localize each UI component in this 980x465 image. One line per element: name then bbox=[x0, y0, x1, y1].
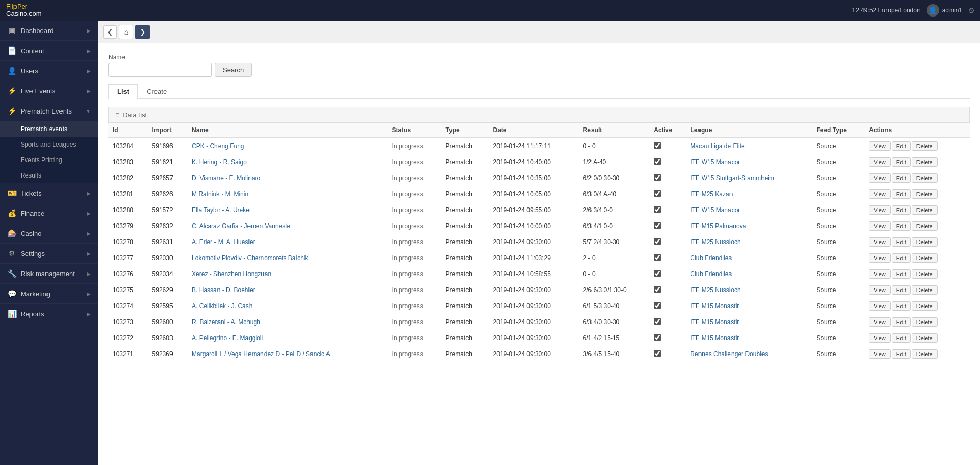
name-link[interactable]: Lokomotiv Plovdiv - Chernomorets Balchik bbox=[192, 254, 308, 262]
name-link[interactable]: A. Erler - M. A. Huesler bbox=[192, 238, 255, 246]
edit-button[interactable]: Edit bbox=[892, 253, 911, 263]
league-link[interactable]: ITF W15 Manacor bbox=[690, 206, 740, 214]
sidebar-item-risk-management[interactable]: 🔧 Risk management ▶ bbox=[0, 264, 98, 284]
sidebar-item-marketing[interactable]: 💬 Marketing ▶ bbox=[0, 284, 98, 304]
view-button[interactable]: View bbox=[869, 301, 891, 311]
league-link[interactable]: Rennes Challenger Doubles bbox=[690, 350, 768, 358]
name-link[interactable]: CPK - Cheng Fung bbox=[192, 142, 244, 150]
active-checkbox[interactable] bbox=[654, 142, 661, 149]
view-button[interactable]: View bbox=[869, 349, 891, 359]
view-button[interactable]: View bbox=[869, 237, 891, 247]
edit-button[interactable]: Edit bbox=[892, 349, 911, 359]
edit-button[interactable]: Edit bbox=[892, 269, 911, 279]
sidebar-subitem-results[interactable]: Results bbox=[0, 168, 98, 183]
active-checkbox[interactable] bbox=[654, 190, 661, 197]
home-breadcrumb-button[interactable]: ⌂ bbox=[119, 25, 133, 39]
name-link[interactable]: D. Vismane - E. Molinaro bbox=[192, 174, 260, 182]
sidebar-item-prematch-events[interactable]: ⚡ Prematch Events ▼ bbox=[0, 101, 98, 121]
league-link[interactable]: Macau Liga de Elite bbox=[690, 142, 744, 150]
league-link[interactable]: ITF W15 Stuttgart-Stammheim bbox=[690, 174, 774, 182]
edit-button[interactable]: Edit bbox=[892, 189, 911, 199]
delete-button[interactable]: Delete bbox=[912, 173, 938, 183]
search-input[interactable] bbox=[108, 63, 212, 77]
league-link[interactable]: ITF M25 Nussloch bbox=[690, 286, 740, 294]
view-button[interactable]: View bbox=[869, 317, 891, 327]
view-button[interactable]: View bbox=[869, 269, 891, 279]
delete-button[interactable]: Delete bbox=[912, 349, 938, 359]
view-button[interactable]: View bbox=[869, 253, 891, 263]
name-link[interactable]: Margaroli L / Vega Hernandez D - Pel D /… bbox=[192, 350, 330, 358]
delete-button[interactable]: Delete bbox=[912, 317, 938, 327]
delete-button[interactable]: Delete bbox=[912, 189, 938, 199]
sidebar-subitem-events-printing[interactable]: Events Printing bbox=[0, 152, 98, 168]
sidebar-item-casino[interactable]: 🎰 Casino ▶ bbox=[0, 223, 98, 244]
active-checkbox[interactable] bbox=[654, 254, 661, 261]
view-button[interactable]: View bbox=[869, 205, 891, 215]
active-checkbox[interactable] bbox=[654, 334, 661, 341]
search-button[interactable]: Search bbox=[215, 63, 252, 77]
delete-button[interactable]: Delete bbox=[912, 301, 938, 311]
delete-button[interactable]: Delete bbox=[912, 285, 938, 295]
league-link[interactable]: ITF M15 Monastir bbox=[690, 318, 739, 326]
edit-button[interactable]: Edit bbox=[892, 141, 911, 151]
name-link[interactable]: R. Balzerani - A. Mchugh bbox=[192, 318, 260, 326]
view-button[interactable]: View bbox=[869, 157, 891, 167]
delete-button[interactable]: Delete bbox=[912, 333, 938, 343]
name-link[interactable]: K. Hering - R. Saigo bbox=[192, 158, 247, 166]
delete-button[interactable]: Delete bbox=[912, 253, 938, 263]
active-checkbox[interactable] bbox=[654, 286, 661, 293]
delete-button[interactable]: Delete bbox=[912, 157, 938, 167]
edit-button[interactable]: Edit bbox=[892, 317, 911, 327]
sidebar-subitem-prematch-events[interactable]: Prematch events bbox=[0, 121, 98, 137]
league-link[interactable]: ITF M15 Palmanova bbox=[690, 222, 746, 230]
active-checkbox[interactable] bbox=[654, 158, 661, 165]
league-link[interactable]: ITF W15 Manacor bbox=[690, 158, 740, 166]
delete-button[interactable]: Delete bbox=[912, 269, 938, 279]
view-button[interactable]: View bbox=[869, 173, 891, 183]
view-button[interactable]: View bbox=[869, 221, 891, 231]
sidebar-item-live-events[interactable]: ⚡ Live Events ▶ bbox=[0, 81, 98, 101]
league-link[interactable]: Club Friendlies bbox=[690, 270, 732, 278]
edit-button[interactable]: Edit bbox=[892, 205, 911, 215]
sidebar-item-content[interactable]: 📄 Content ▶ bbox=[0, 41, 98, 61]
tab-list[interactable]: List bbox=[108, 84, 138, 99]
active-checkbox[interactable] bbox=[654, 206, 661, 213]
edit-button[interactable]: Edit bbox=[892, 301, 911, 311]
sidebar-item-settings[interactable]: ⚙ Settings ▶ bbox=[0, 244, 98, 264]
sidebar-item-dashboard[interactable]: ▣ Dashboard ▶ bbox=[0, 21, 98, 41]
name-link[interactable]: Ella Taylor - A. Ureke bbox=[192, 206, 250, 214]
view-button[interactable]: View bbox=[869, 285, 891, 295]
edit-button[interactable]: Edit bbox=[892, 221, 911, 231]
league-link[interactable]: ITF M15 Monastir bbox=[690, 302, 739, 310]
active-checkbox[interactable] bbox=[654, 222, 661, 229]
delete-button[interactable]: Delete bbox=[912, 237, 938, 247]
league-link[interactable]: Club Friendlies bbox=[690, 254, 732, 262]
tab-create[interactable]: Create bbox=[138, 84, 176, 99]
sidebar-item-reports[interactable]: 📊 Reports ▶ bbox=[0, 304, 98, 324]
league-link[interactable]: ITF M25 Kazan bbox=[690, 190, 733, 198]
name-link[interactable]: Xerez - Shenzhen Hongzuan bbox=[192, 270, 271, 278]
active-checkbox[interactable] bbox=[654, 318, 661, 325]
name-link[interactable]: C. Alcaraz Garfia - Jeroen Vanneste bbox=[192, 222, 290, 230]
view-button[interactable]: View bbox=[869, 333, 891, 343]
active-checkbox[interactable] bbox=[654, 238, 661, 245]
sidebar-item-tickets[interactable]: 🎫 Tickets ▶ bbox=[0, 183, 98, 203]
name-link[interactable]: M Ratniuk - M. Minin bbox=[192, 190, 248, 198]
delete-button[interactable]: Delete bbox=[912, 205, 938, 215]
edit-button[interactable]: Edit bbox=[892, 173, 911, 183]
edit-button[interactable]: Edit bbox=[892, 285, 911, 295]
topbar-logout-icon[interactable]: ⎋ bbox=[969, 6, 974, 15]
delete-button[interactable]: Delete bbox=[912, 141, 938, 151]
sidebar-item-finance[interactable]: 💰 Finance ▶ bbox=[0, 203, 98, 223]
view-button[interactable]: View bbox=[869, 189, 891, 199]
league-link[interactable]: ITF M25 Nussloch bbox=[690, 238, 740, 246]
active-checkbox[interactable] bbox=[654, 302, 661, 309]
sidebar-item-users[interactable]: 👤 Users ▶ bbox=[0, 61, 98, 81]
sidebar-subitem-sports-and-leagues[interactable]: Sports and Leagues bbox=[0, 137, 98, 152]
edit-button[interactable]: Edit bbox=[892, 157, 911, 167]
breadcrumb-next-button[interactable]: ❯ bbox=[135, 25, 150, 39]
delete-button[interactable]: Delete bbox=[912, 221, 938, 231]
sidebar-toggle-button[interactable]: ❮ bbox=[103, 25, 117, 39]
active-checkbox[interactable] bbox=[654, 270, 661, 277]
active-checkbox[interactable] bbox=[654, 350, 661, 357]
